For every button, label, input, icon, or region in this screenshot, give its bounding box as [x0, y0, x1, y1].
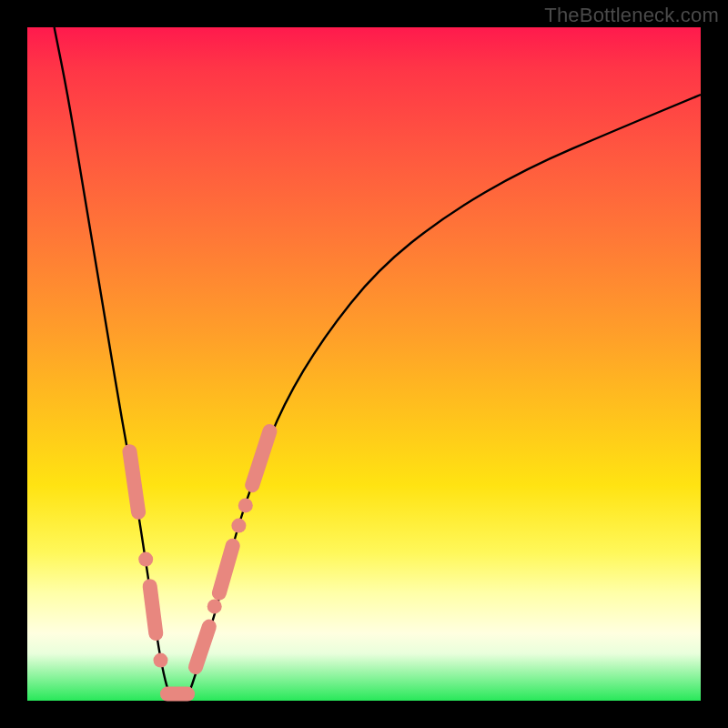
watermark-text: TheBottleneck.com — [544, 4, 719, 27]
data-segment — [150, 586, 157, 633]
chart-frame: TheBottleneck.com — [0, 0, 728, 728]
data-point — [238, 498, 253, 512]
data-point — [207, 599, 222, 613]
data-segment — [219, 546, 233, 593]
data-segment — [252, 431, 269, 485]
data-segment — [130, 451, 139, 512]
data-point — [154, 653, 168, 668]
data-point — [138, 552, 153, 567]
data-markers — [130, 431, 270, 694]
plot-area — [27, 27, 701, 701]
data-point — [231, 519, 246, 533]
data-segment — [196, 627, 209, 667]
curve-svg — [27, 27, 701, 701]
